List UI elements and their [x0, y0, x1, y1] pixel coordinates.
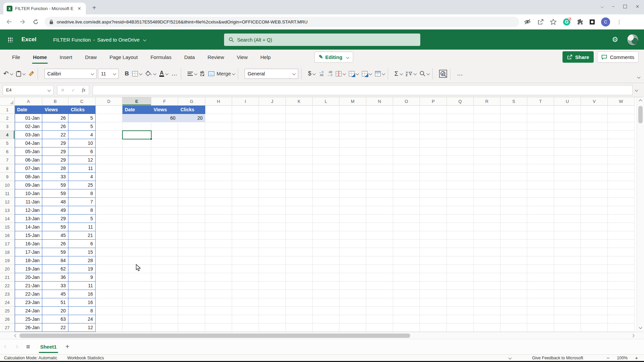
- cell-D16[interactable]: [96, 231, 122, 240]
- undo-button[interactable]: ↶: [3, 70, 13, 77]
- cell-E9[interactable]: [122, 173, 151, 181]
- zoom-in-icon[interactable]: +: [635, 355, 638, 361]
- fill-color-button[interactable]: [145, 71, 156, 76]
- cell-D9[interactable]: [96, 173, 122, 181]
- cell-N25[interactable]: [366, 307, 393, 315]
- merge-button[interactable]: ↔ Merge: [208, 71, 235, 76]
- cell-J16[interactable]: [259, 231, 286, 240]
- cell-A20[interactable]: 19-Jan: [15, 265, 42, 273]
- cell-T15[interactable]: [527, 223, 554, 231]
- app-launcher-icon[interactable]: [8, 37, 13, 42]
- cell-T5[interactable]: [527, 139, 554, 147]
- cell-U1[interactable]: [554, 106, 581, 114]
- decrease-decimal-button[interactable]: .00→.0: [327, 71, 332, 77]
- cell-O12[interactable]: [393, 198, 420, 206]
- cell-H4[interactable]: [205, 131, 232, 139]
- cell-M12[interactable]: [339, 198, 366, 206]
- column-header-Q[interactable]: Q: [447, 97, 474, 106]
- cell-E21[interactable]: [122, 273, 151, 282]
- new-tab-button[interactable]: +: [92, 4, 96, 11]
- cell-Q15[interactable]: [447, 223, 474, 231]
- sidebar-extension-icon[interactable]: [590, 19, 595, 24]
- cell-M11[interactable]: [339, 189, 366, 198]
- column-header-E[interactable]: E: [122, 97, 151, 106]
- scroll-left-icon[interactable]: [14, 334, 18, 338]
- share-icon[interactable]: [537, 19, 544, 25]
- cell-J1[interactable]: [259, 106, 286, 114]
- cell-K17[interactable]: [286, 240, 313, 248]
- column-header-I[interactable]: I: [232, 97, 259, 106]
- cell-J15[interactable]: [259, 223, 286, 231]
- cell-A19[interactable]: 18-Jan: [15, 256, 42, 265]
- column-header-J[interactable]: J: [259, 97, 286, 106]
- cell-T23[interactable]: [527, 290, 554, 298]
- cell-W16[interactable]: [608, 231, 635, 240]
- cell-U3[interactable]: [554, 122, 581, 131]
- cell-E14[interactable]: [122, 215, 151, 223]
- cell-T8[interactable]: [527, 164, 554, 173]
- cell-C18[interactable]: 15: [68, 248, 96, 256]
- cell-Q2[interactable]: [447, 114, 474, 122]
- cell-Q25[interactable]: [447, 307, 474, 315]
- cell-P17[interactable]: [420, 240, 447, 248]
- cell-K8[interactable]: [286, 164, 313, 173]
- cell-K21[interactable]: [286, 273, 313, 282]
- format-as-table-button[interactable]: [349, 71, 359, 76]
- cell-T3[interactable]: [527, 122, 554, 131]
- horizontal-scroll-thumb[interactable]: [19, 334, 410, 338]
- cell-J8[interactable]: [259, 164, 286, 173]
- cell-N9[interactable]: [366, 173, 393, 181]
- reload-icon[interactable]: [33, 19, 39, 25]
- cell-B9[interactable]: 33: [42, 173, 68, 181]
- cell-V5[interactable]: [581, 139, 608, 147]
- cell-S14[interactable]: [500, 215, 527, 223]
- previous-sheet-icon[interactable]: [4, 345, 8, 349]
- cell-H11[interactable]: [205, 189, 232, 198]
- cell-H10[interactable]: [205, 181, 232, 189]
- tab-search-icon[interactable]: [600, 5, 604, 8]
- extensions-puzzle-icon[interactable]: [577, 19, 583, 25]
- cell-A22[interactable]: 21-Jan: [15, 282, 42, 290]
- cell-V3[interactable]: [581, 122, 608, 131]
- cell-R27[interactable]: [474, 323, 500, 332]
- number-format-select[interactable]: General: [245, 69, 298, 79]
- cell-D2[interactable]: [96, 114, 122, 122]
- cell-D7[interactable]: [96, 156, 122, 164]
- cell-E2[interactable]: [122, 114, 151, 122]
- cell-H15[interactable]: [205, 223, 232, 231]
- cell-A12[interactable]: 11-Jan: [15, 198, 42, 206]
- cell-R17[interactable]: [474, 240, 500, 248]
- cell-W3[interactable]: [608, 122, 635, 131]
- column-header-B[interactable]: B: [42, 97, 68, 106]
- cell-I10[interactable]: [232, 181, 259, 189]
- cell-E1[interactable]: Date: [122, 106, 151, 114]
- cell-J17[interactable]: [259, 240, 286, 248]
- cell-L10[interactable]: [313, 181, 339, 189]
- cell-V10[interactable]: [581, 181, 608, 189]
- cell-S23[interactable]: [500, 290, 527, 298]
- cell-G2[interactable]: 20: [178, 114, 205, 122]
- cell-C4[interactable]: 4: [68, 131, 96, 139]
- cell-S17[interactable]: [500, 240, 527, 248]
- cell-P26[interactable]: [420, 315, 447, 323]
- cell-P20[interactable]: [420, 265, 447, 273]
- cell-M4[interactable]: [339, 131, 366, 139]
- cell-U19[interactable]: [554, 256, 581, 265]
- cell-F27[interactable]: [151, 323, 178, 332]
- cell-W20[interactable]: [608, 265, 635, 273]
- row-header-26[interactable]: 26: [0, 315, 15, 323]
- cell-J2[interactable]: [259, 114, 286, 122]
- cell-D20[interactable]: [96, 265, 122, 273]
- cell-R26[interactable]: [474, 315, 500, 323]
- cell-L18[interactable]: [313, 248, 339, 256]
- cell-I5[interactable]: [232, 139, 259, 147]
- cell-B19[interactable]: 84: [42, 256, 68, 265]
- cell-R15[interactable]: [474, 223, 500, 231]
- editing-mode-button[interactable]: ✎ Editing: [314, 52, 353, 63]
- cell-P19[interactable]: [420, 256, 447, 265]
- cell-M9[interactable]: [339, 173, 366, 181]
- cell-V24[interactable]: [581, 298, 608, 307]
- cell-E24[interactable]: [122, 298, 151, 307]
- cell-F11[interactable]: [151, 189, 178, 198]
- cell-L22[interactable]: [313, 282, 339, 290]
